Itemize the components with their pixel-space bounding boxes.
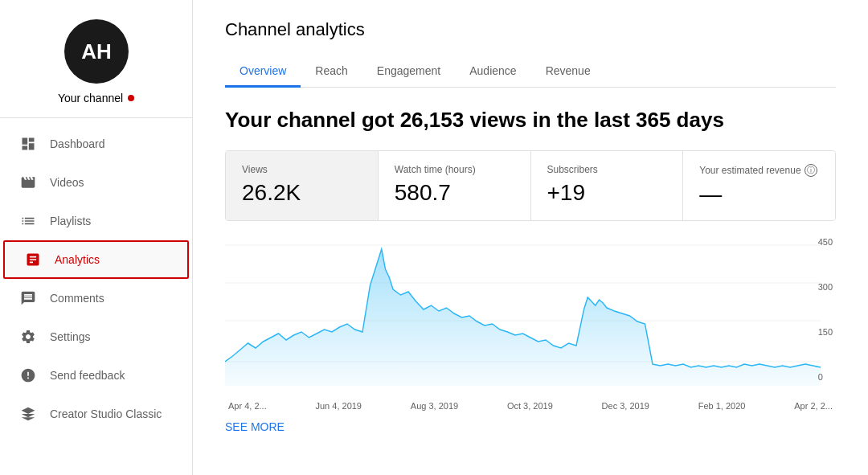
playlists-icon <box>19 212 37 230</box>
y-label-300: 300 <box>818 282 833 292</box>
stat-label-watchtime: Watch time (hours) <box>395 164 514 175</box>
stat-value-subscribers: +19 <box>547 180 667 206</box>
stats-row: Views 26.2K Watch time (hours) 580.7 Sub… <box>225 150 836 221</box>
channel-name-label: Your channel <box>58 92 123 104</box>
chart-y-labels: 450 300 150 0 <box>818 237 836 382</box>
classic-label: Creator Studio Classic <box>50 407 162 420</box>
x-label-apr2: Apr 2, 2... <box>794 401 833 411</box>
sidebar-item-classic[interactable]: Creator Studio Classic <box>0 395 192 433</box>
analytics-label: Analytics <box>55 253 100 266</box>
x-label-dec3: Dec 3, 2019 <box>602 401 649 411</box>
see-more-link[interactable]: SEE MORE <box>225 420 285 433</box>
y-label-0: 0 <box>818 372 833 382</box>
stat-value-views: 26.2K <box>242 180 362 206</box>
tab-overview[interactable]: Overview <box>225 56 301 88</box>
y-label-450: 450 <box>818 237 833 247</box>
stat-value-watchtime: 580.7 <box>395 180 514 206</box>
stat-value-revenue: — <box>699 182 819 207</box>
main-content: Channel analytics Overview Reach Engagem… <box>193 0 868 475</box>
chart-x-labels: Apr 4, 2... Jun 4, 2019 Aug 3, 2019 Oct … <box>225 401 836 411</box>
comments-label: Comments <box>50 292 104 305</box>
sidebar: AH Your channel Dashboard Videos <box>0 0 193 475</box>
dashboard-label: Dashboard <box>50 137 105 150</box>
channel-section: AH Your channel <box>0 0 192 118</box>
stat-card-watchtime: Watch time (hours) 580.7 <box>379 151 531 220</box>
sidebar-item-dashboard[interactable]: Dashboard <box>0 125 192 163</box>
stat-card-subscribers: Subscribers +19 <box>531 151 684 220</box>
x-label-apr4: Apr 4, 2... <box>228 401 267 411</box>
tab-engagement[interactable]: Engagement <box>362 56 455 88</box>
stat-label-subscribers: Subscribers <box>547 164 667 175</box>
chart-area-fill <box>225 249 821 386</box>
page-title: Channel analytics <box>225 19 836 40</box>
playlists-label: Playlists <box>50 215 91 227</box>
settings-icon <box>19 328 37 346</box>
tab-audience[interactable]: Audience <box>455 56 530 88</box>
chart-area: 450 300 150 0 Apr 4, 2... Jun 4, 2019 Au… <box>225 237 836 433</box>
sidebar-item-videos[interactable]: Videos <box>0 163 192 202</box>
feedback-icon <box>19 366 37 384</box>
feedback-label: Send feedback <box>50 369 125 382</box>
analytics-icon <box>24 251 42 268</box>
stat-label-views: Views <box>242 164 362 175</box>
sidebar-item-settings[interactable]: Settings <box>0 317 192 356</box>
stat-label-revenue: Your estimated revenue ⓘ <box>699 164 819 177</box>
x-label-oct3: Oct 3, 2019 <box>507 401 553 411</box>
main-inner: Channel analytics Overview Reach Engagem… <box>193 0 868 452</box>
y-label-150: 150 <box>818 327 833 337</box>
tab-reach[interactable]: Reach <box>301 56 362 88</box>
sidebar-item-feedback[interactable]: Send feedback <box>0 356 192 395</box>
chart-container: 450 300 150 0 <box>225 237 836 398</box>
dashboard-icon <box>19 135 37 153</box>
chart-svg <box>225 237 836 398</box>
videos-label: Videos <box>50 176 84 189</box>
tabs-row: Overview Reach Engagement Audience Reven… <box>225 56 836 88</box>
x-label-feb1: Feb 1, 2020 <box>698 401 746 411</box>
channel-avatar[interactable]: AH <box>64 19 129 84</box>
channel-name-row: Your channel <box>58 92 134 104</box>
revenue-info-icon[interactable]: ⓘ <box>805 164 817 177</box>
x-label-aug3: Aug 3, 2019 <box>411 401 458 411</box>
classic-icon <box>19 405 37 423</box>
stat-label-revenue-text: Your estimated revenue <box>699 165 800 176</box>
tab-revenue[interactable]: Revenue <box>531 56 605 88</box>
videos-icon <box>19 174 37 191</box>
comments-icon <box>19 289 37 307</box>
sidebar-nav: Dashboard Videos Playlists Analytics <box>0 118 192 475</box>
stat-card-revenue: Your estimated revenue ⓘ — <box>683 151 835 220</box>
x-label-jun4: Jun 4, 2019 <box>316 401 362 411</box>
svg-text:AH: AH <box>81 39 112 63</box>
channel-live-dot <box>128 95 134 101</box>
analytics-headline: Your channel got 26,153 views in the las… <box>225 107 836 134</box>
settings-label: Settings <box>50 330 91 343</box>
sidebar-item-analytics[interactable]: Analytics <box>3 240 189 279</box>
stat-card-views: Views 26.2K <box>226 151 379 220</box>
sidebar-item-playlists[interactable]: Playlists <box>0 202 192 240</box>
sidebar-item-comments[interactable]: Comments <box>0 279 192 317</box>
